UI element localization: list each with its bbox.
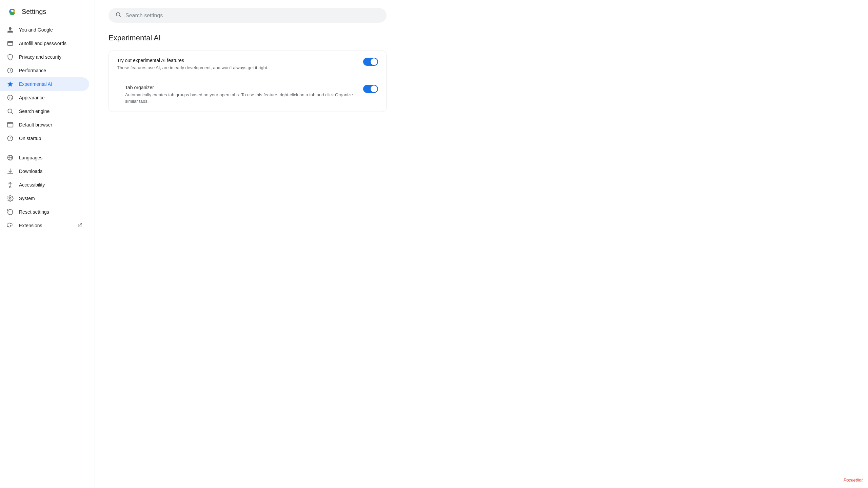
sidebar-item-languages[interactable]: Languages (0, 151, 89, 164)
sidebar-label-appearance: Appearance (19, 95, 45, 100)
autofill-passwords-icon (7, 40, 14, 47)
svg-line-22 (119, 16, 121, 17)
downloads-icon (7, 168, 14, 175)
sidebar-label-experimental-ai: Experimental AI (19, 81, 52, 87)
sidebar-label-autofill-passwords: Autofill and passwords (19, 41, 66, 46)
sidebar-item-extensions[interactable]: Extensions (0, 219, 89, 232)
languages-icon (7, 154, 14, 161)
svg-point-6 (8, 95, 13, 100)
search-input[interactable] (125, 13, 380, 19)
svg-line-10 (12, 113, 13, 114)
feature-description-try-experimental-ai: These features use AI, are in early deve… (117, 64, 355, 71)
sidebar-label-accessibility: Accessibility (19, 182, 45, 188)
chrome-logo-icon (7, 6, 18, 17)
sidebar-item-experimental-ai[interactable]: Experimental AI (0, 77, 89, 91)
search-bar-container (108, 8, 854, 23)
sidebar-item-you-and-google[interactable]: You and Google (0, 23, 89, 37)
extensions-icon (7, 222, 14, 229)
performance-icon (7, 67, 14, 74)
main-content: Experimental AI Try out experimental AI … (95, 0, 868, 488)
sidebar-divider (0, 148, 95, 148)
sidebar-item-search-engine[interactable]: Search engine (0, 104, 89, 118)
accessibility-icon (7, 181, 14, 188)
svg-point-7 (9, 97, 10, 98)
appearance-icon (7, 94, 14, 101)
extensions-external-icon (78, 223, 82, 229)
feature-description-tab-organizer: Automatically creates tab groups based o… (125, 92, 355, 105)
privacy-security-icon (7, 54, 14, 60)
sidebar-item-default-browser[interactable]: Default browser (0, 118, 89, 132)
svg-point-8 (11, 97, 12, 98)
sidebar-item-on-startup[interactable]: On startup (0, 132, 89, 145)
sidebar-item-accessibility[interactable]: Accessibility (0, 178, 89, 192)
feature-row-try-experimental-ai: Try out experimental AI featuresThese fe… (109, 51, 386, 78)
on-startup-icon (7, 135, 14, 142)
sidebar-label-downloads: Downloads (19, 169, 42, 174)
sidebar-label-extensions: Extensions (19, 223, 42, 228)
sidebar-label-languages: Languages (19, 155, 42, 160)
reset-settings-icon (7, 209, 14, 215)
sidebar-label-performance: Performance (19, 68, 46, 73)
sidebar-item-downloads[interactable]: Downloads (0, 164, 89, 178)
feature-text-try-experimental-ai: Try out experimental AI featuresThese fe… (117, 58, 363, 71)
sidebar-header: Settings (0, 0, 95, 23)
feature-row-tab-organizer: Tab organizerAutomatically creates tab g… (109, 78, 386, 112)
experimental-ai-icon (7, 81, 14, 87)
experimental-ai-card: Try out experimental AI featuresThese fe… (108, 51, 387, 112)
sidebar-item-performance[interactable]: Performance (0, 64, 89, 77)
search-bar (108, 8, 387, 23)
toggle-try-experimental-ai[interactable] (363, 58, 378, 66)
feature-label-tab-organizer: Tab organizer (125, 85, 355, 90)
page-title: Experimental AI (108, 34, 854, 42)
svg-marker-5 (7, 81, 13, 87)
feature-text-tab-organizer: Tab organizerAutomatically creates tab g… (125, 85, 363, 105)
you-and-google-icon (7, 26, 14, 33)
svg-point-20 (9, 182, 11, 183)
sidebar-label-system: System (19, 196, 35, 201)
toggle-tab-organizer[interactable] (363, 85, 378, 93)
sidebar-item-appearance[interactable]: Appearance (0, 91, 89, 104)
sidebar-label-on-startup: On startup (19, 136, 41, 141)
feature-label-try-experimental-ai: Try out experimental AI features (117, 58, 355, 63)
svg-point-13 (8, 123, 8, 123)
search-engine-icon (7, 108, 14, 115)
app-title: Settings (22, 8, 46, 16)
system-icon (7, 195, 14, 202)
sidebar-item-reset-settings[interactable]: Reset settings (0, 205, 89, 219)
search-icon (115, 12, 121, 19)
sidebar-label-you-and-google: You and Google (19, 27, 53, 33)
default-browser-icon (7, 121, 14, 128)
sidebar-item-autofill-passwords[interactable]: Autofill and passwords (0, 37, 89, 50)
svg-point-15 (9, 123, 10, 123)
sidebar-label-privacy-security: Privacy and security (19, 54, 61, 60)
svg-rect-2 (8, 41, 13, 45)
sidebar-label-default-browser: Default browser (19, 122, 52, 128)
sidebar: Settings You and GoogleAutofill and pass… (0, 0, 95, 488)
sidebar-label-reset-settings: Reset settings (19, 209, 49, 215)
sidebar-label-search-engine: Search engine (19, 109, 50, 114)
sidebar-item-system[interactable]: System (0, 192, 89, 205)
svg-point-14 (9, 123, 9, 123)
sidebar-item-privacy-security[interactable]: Privacy and security (0, 50, 89, 64)
